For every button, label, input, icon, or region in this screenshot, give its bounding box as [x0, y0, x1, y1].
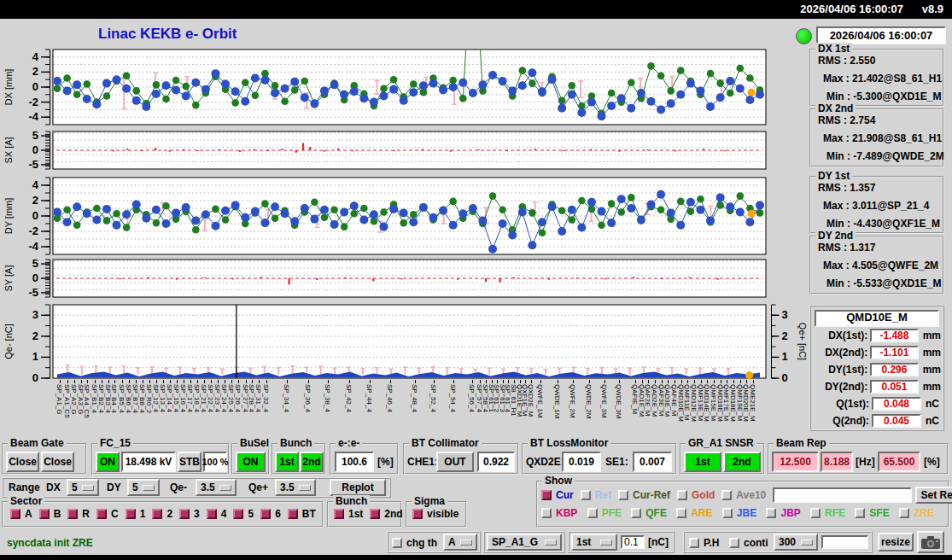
count-select[interactable]: 300: [774, 534, 818, 551]
checkbox-show-SFE[interactable]: SFE: [855, 507, 889, 519]
checkbox-sigma-visible[interactable]: visible: [412, 508, 458, 520]
replot-button[interactable]: Replot: [330, 479, 386, 496]
busel-on-button[interactable]: ON: [236, 452, 266, 472]
checkbox-sector-C[interactable]: C: [96, 508, 119, 520]
checkbox-chg-th[interactable]: chg th: [392, 537, 437, 549]
checkbox-show-KBP[interactable]: KBP: [541, 507, 577, 519]
bunch-2nd-button[interactable]: 2nd: [300, 452, 324, 472]
bunch-1st-button[interactable]: 1st: [275, 452, 299, 472]
x-tick: [252, 380, 253, 383]
checkbox-show-JBE[interactable]: JBE: [722, 507, 756, 519]
checkbox-sector-3[interactable]: 3: [179, 508, 200, 520]
x-tick: [190, 380, 191, 383]
fc15-stb-button[interactable]: STB: [178, 452, 201, 472]
bpm-label: SP_15_4: [172, 384, 179, 412]
x-tick: [60, 380, 61, 383]
checkbox-show-ARE[interactable]: ARE: [676, 507, 712, 519]
option-menu-bar-icon: [600, 540, 612, 545]
bpm-axis-labels: SP_A1_GSP_A1_C5SP_A2_GSP_A3_GSP_A4_C5SP_…: [53, 380, 767, 437]
bpm-label: SP_56_4: [468, 384, 475, 412]
checkbox-show-JBP[interactable]: JBP: [766, 507, 800, 519]
checkbox-show-QFE[interactable]: QFE: [631, 507, 667, 519]
x-tick: [508, 380, 509, 383]
checkbox-show-Ave10[interactable]: Ave10: [721, 489, 766, 501]
x-tick: [681, 380, 682, 383]
device-select[interactable]: SP_A1_G: [487, 534, 562, 551]
beam-gate-close-2-button[interactable]: Close: [41, 452, 74, 472]
checkbox-conti[interactable]: conti: [729, 537, 768, 549]
beam-gate-close-1-button[interactable]: Close: [6, 452, 39, 472]
x-tick: [694, 380, 695, 383]
range-qep-select[interactable]: 3.5: [275, 479, 316, 496]
checkbox-sector-B[interactable]: B: [39, 508, 61, 520]
x-tick: [266, 380, 267, 383]
bottom-edge-bar: [0, 555, 952, 560]
range-dx-select[interactable]: 5: [67, 479, 99, 496]
checkbox-indicator: [288, 509, 298, 519]
x-tick: [349, 380, 350, 383]
range-dy-select[interactable]: 5: [127, 479, 160, 496]
x-tick: [74, 380, 75, 383]
stat-group-dy-1st: DY 1stRMS : 1.357Max : 3.011@SP_21_4Min …: [809, 176, 944, 234]
checkbox-sector-A[interactable]: A: [10, 508, 32, 520]
checkbox-indicator: [855, 508, 865, 518]
svg-text:SX [A]: SX [A]: [3, 137, 14, 163]
gr-snsr-2nd-button[interactable]: 2nd: [723, 452, 761, 472]
checkbox-show-Gold[interactable]: Gold: [677, 489, 715, 501]
spare-input[interactable]: [821, 535, 868, 549]
svg-text:SY [A]: SY [A]: [3, 265, 14, 292]
bunch-threshold-frame: 1st [nC]: [568, 531, 675, 553]
x-tick: [390, 380, 391, 383]
option-menu-bar-icon: [460, 540, 472, 545]
x-tick: [514, 380, 515, 383]
gr-snsr-1st-button[interactable]: 1st: [684, 452, 721, 472]
checkbox-sector-2[interactable]: 2: [152, 508, 172, 520]
stat-max: Max : 4.505@QWFE_2M: [816, 257, 941, 275]
che1-state-button[interactable]: OUT: [436, 452, 474, 472]
checkbox-sector-6[interactable]: 6: [260, 508, 281, 520]
checkbox-show-Ref[interactable]: Ref: [581, 489, 611, 501]
checkbox-indicator: [631, 508, 641, 518]
group-sigma: Sigma visible: [406, 501, 467, 528]
bpm-label: SP_B5_4: [118, 384, 125, 413]
fc15-on-button[interactable]: ON: [96, 452, 120, 472]
svg-text:0: 0: [32, 209, 38, 222]
checkbox-show-PFE[interactable]: PFE: [587, 507, 622, 519]
checkbox-indicator: [581, 490, 591, 500]
checkbox-sector-5[interactable]: 5: [233, 508, 254, 520]
checkbox-bunch-1st[interactable]: 1st: [334, 508, 363, 520]
checkbox-show-Cur[interactable]: Cur: [541, 489, 574, 501]
range-dy-label: DY: [107, 481, 121, 493]
x-tick: [67, 380, 68, 383]
bpm-label: SP_38_4: [324, 384, 330, 412]
checkbox-show-Cur-Ref[interactable]: Cur-Ref: [618, 489, 670, 501]
bpm-label: SP_B1_4: [91, 384, 97, 413]
checkbox-indicator: [729, 538, 739, 548]
ref-file-input[interactable]: [773, 487, 912, 503]
checkbox-ph[interactable]: P.H: [689, 537, 719, 549]
range-qem-select[interactable]: 3.5: [196, 479, 237, 496]
checkbox-sector-4[interactable]: 4: [207, 508, 227, 520]
group-sector: Sector ABRC123456BT: [2, 501, 324, 528]
bpm-label: QWFE_2M: [569, 384, 575, 418]
snapshot-button[interactable]: [917, 531, 944, 553]
bpm-label: SP_B6_4: [125, 384, 131, 413]
monitor-row-unit: mm: [923, 347, 941, 359]
checkbox-sector-1[interactable]: 1: [126, 508, 146, 520]
threshold-input[interactable]: [621, 535, 645, 549]
checkbox-bunch-2nd[interactable]: 2nd: [370, 508, 402, 520]
set-ref-button[interactable]: Set Ref: [915, 487, 952, 504]
resize-button[interactable]: resize: [878, 533, 914, 551]
bpm-label: SP_54_4: [449, 384, 456, 412]
x-tick: [589, 380, 590, 383]
checkbox-show-RFE[interactable]: RFE: [810, 507, 845, 519]
checkbox-show-ZRE[interactable]: ZRE: [899, 507, 934, 519]
bpm-label: SP_B2_4: [97, 384, 104, 413]
checkbox-sector-BT[interactable]: BT: [288, 508, 316, 520]
checkbox-sector-R[interactable]: R: [67, 508, 90, 520]
x-tick: [370, 380, 371, 383]
checkbox-label: SFE: [869, 507, 889, 519]
th-select[interactable]: A: [443, 534, 477, 551]
group-title: BuSel: [237, 437, 272, 449]
bunch-select[interactable]: 1st: [571, 534, 617, 551]
